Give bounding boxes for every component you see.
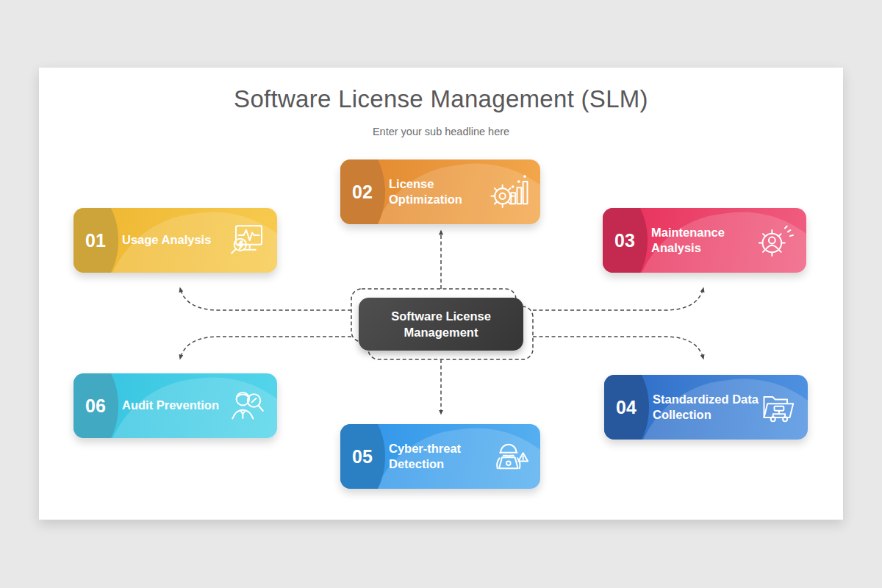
card-number: 05 (346, 424, 379, 489)
folder-network-icon (756, 387, 797, 428)
connector-to-card-01 (180, 288, 351, 310)
card-number: 03 (609, 208, 641, 273)
card-title: Standardized Data Collection (653, 375, 763, 440)
page-title: Software License Management (SLM) (39, 85, 843, 113)
page-subtitle: Enter your sub headline here (39, 126, 843, 137)
card-title: Audit Prevention (122, 373, 232, 438)
card-number: 04 (610, 375, 642, 440)
card-title: Cyber-threat Detection (389, 424, 499, 489)
person-magnifier-icon (226, 385, 267, 426)
hacker-laptop-warning-icon (489, 436, 530, 477)
card-maintenance-analysis: 03 Maintenance Analysis (603, 208, 806, 273)
gear-bar-chart-icon (489, 171, 530, 212)
card-title: License Optimization (389, 159, 499, 224)
center-node: Software License Management (359, 298, 523, 351)
card-standardized-data-collection: 04 Standardized Data Collection (604, 375, 808, 440)
monitor-pulse-magnifier-icon (226, 220, 267, 261)
card-title: Usage Analysis (122, 208, 232, 273)
card-number: 01 (79, 208, 112, 273)
card-number: 02 (346, 159, 379, 224)
center-node-label: Software License Management (375, 308, 507, 341)
card-cyber-threat-detection: 05 Cyber-threat Detection (340, 424, 540, 489)
connector-to-card-06 (180, 337, 351, 359)
card-number: 06 (79, 373, 112, 438)
gear-user-icon (755, 220, 796, 261)
card-audit-prevention: 06 Audit Prevention (74, 373, 277, 438)
connector-to-card-04 (533, 337, 703, 359)
connector-to-card-03 (533, 288, 703, 310)
card-usage-analysis: 01 Usage Analysis (74, 208, 277, 273)
card-license-optimization: 02 License Optimization (340, 159, 540, 224)
card-title: Maintenance Analysis (651, 208, 761, 273)
slide-canvas: Software License Management (SLM) Enter … (39, 68, 843, 520)
